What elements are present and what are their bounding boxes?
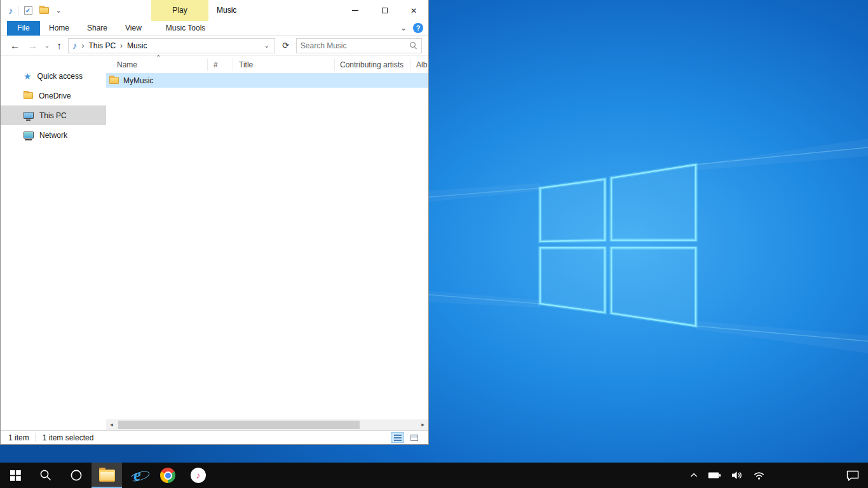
status-divider — [36, 433, 36, 442]
check-icon: ✓ — [24, 6, 32, 15]
breadcrumb-this-pc[interactable]: This PC — [88, 41, 116, 50]
column-header-number[interactable]: # — [208, 59, 233, 71]
view-toggle-buttons — [391, 432, 422, 443]
system-tray — [690, 463, 868, 488]
sidebar-item-network[interactable]: Network — [1, 125, 106, 145]
cortana-button[interactable] — [61, 463, 92, 488]
network-wifi-button[interactable] — [753, 471, 765, 480]
start-button[interactable] — [0, 463, 31, 488]
tab-share[interactable]: Share — [78, 21, 116, 36]
file-list: MyMusic — [106, 73, 428, 419]
column-header-row: ⌃ Name # Title Contributing artists Alb — [106, 56, 428, 73]
taskbar: e ♪ — [0, 463, 868, 488]
details-view-icon — [394, 435, 402, 441]
tab-view[interactable]: View — [116, 21, 151, 36]
onedrive-folder-icon — [24, 92, 33, 99]
scroll-right-icon[interactable]: ▸ — [417, 419, 428, 430]
scrollbar-thumb[interactable] — [118, 421, 360, 429]
address-box[interactable]: ♪ › This PC › Music ⌄ — [68, 38, 275, 53]
ribbon-tab-bar: File Home Share View Music Tools ⌄ ? — [1, 21, 428, 36]
music-note-icon: ♪ — [8, 5, 13, 16]
itunes-icon: ♪ — [191, 468, 206, 483]
speaker-icon — [731, 471, 743, 480]
horizontal-scrollbar[interactable]: ◂ ▸ — [106, 419, 428, 430]
quick-access-toolbar: ♪ ✓ ⌄ — [8, 0, 63, 21]
action-center-button[interactable] — [846, 470, 859, 481]
contextual-tab-play[interactable]: Play — [151, 0, 208, 21]
qat-properties-button[interactable]: ✓ — [23, 4, 34, 18]
main-area: ★ Quick access OneDrive This PC Network … — [1, 56, 428, 430]
battery-button[interactable] — [708, 471, 721, 479]
sidebar-item-label: This PC — [39, 111, 67, 120]
search-icon — [39, 469, 52, 482]
item-count: 1 item — [8, 433, 29, 442]
breadcrumb-chevron-icon[interactable]: › — [80, 41, 85, 50]
tray-expand-button[interactable] — [690, 473, 698, 478]
taskbar-internet-explorer-button[interactable]: e — [122, 463, 153, 488]
back-button[interactable]: ← — [8, 40, 22, 51]
address-bar-row: ← → ⌄ ↑ ♪ › This PC › Music ⌄ ⟳ — [1, 36, 428, 56]
maximize-icon — [382, 8, 388, 13]
chevron-up-icon — [690, 473, 698, 478]
action-center-icon — [846, 470, 859, 481]
files-pane: ⌃ Name # Title Contributing artists Alb … — [106, 56, 428, 430]
column-header-album[interactable]: Alb — [411, 59, 428, 71]
qat-separator — [18, 6, 18, 16]
breadcrumb-chevron-icon[interactable]: › — [119, 41, 124, 50]
computer-icon — [24, 112, 34, 119]
breadcrumb-music[interactable]: Music — [127, 41, 147, 50]
forward-button[interactable]: → — [26, 40, 39, 51]
selected-count: 1 item selected — [43, 433, 94, 442]
explorer-window: ♪ ✓ ⌄ Play Music ✕ File Home Share View … — [0, 0, 429, 445]
tab-file[interactable]: File — [7, 21, 40, 36]
search-icon[interactable] — [409, 41, 417, 50]
titlebar: ♪ ✓ ⌄ Play Music ✕ — [1, 0, 428, 21]
volume-button[interactable] — [731, 471, 743, 480]
sidebar-item-quick-access[interactable]: ★ Quick access — [1, 66, 106, 86]
status-bar: 1 item 1 item selected — [1, 430, 428, 444]
taskbar-file-explorer-button[interactable] — [92, 463, 122, 488]
minimize-button[interactable] — [341, 0, 370, 21]
cortana-icon — [70, 469, 83, 482]
music-note-icon: ♪ — [196, 470, 201, 480]
address-dropdown-button[interactable]: ⌄ — [261, 42, 273, 49]
close-button[interactable]: ✕ — [399, 0, 428, 21]
sidebar-item-this-pc[interactable]: This PC — [1, 105, 106, 125]
refresh-button[interactable]: ⟳ — [280, 41, 292, 50]
internet-explorer-icon: e — [133, 467, 141, 484]
folder-icon — [109, 77, 119, 84]
location-music-icon: ♪ — [72, 40, 78, 51]
chrome-icon — [160, 468, 175, 483]
history-dropdown-button[interactable]: ⌄ — [44, 42, 50, 49]
close-icon: ✕ — [410, 6, 417, 15]
taskbar-chrome-button[interactable] — [153, 463, 183, 488]
search-input[interactable] — [301, 41, 409, 50]
taskbar-itunes-button[interactable]: ♪ — [183, 463, 214, 488]
column-header-title[interactable]: Title — [233, 59, 335, 71]
tab-music-tools[interactable]: Music Tools — [157, 21, 214, 36]
minimize-icon — [352, 10, 358, 11]
up-button[interactable]: ↑ — [55, 40, 64, 51]
windows-start-icon — [10, 470, 21, 481]
help-button[interactable]: ? — [413, 23, 423, 33]
qat-customize-button[interactable]: ⌄ — [55, 4, 63, 18]
ribbon-collapse-button[interactable]: ⌄ — [400, 24, 407, 32]
search-box — [296, 38, 422, 53]
sidebar-item-label: Network — [39, 131, 67, 140]
details-view-button[interactable] — [391, 432, 404, 443]
large-icons-view-icon — [410, 435, 418, 441]
file-row[interactable]: MyMusic — [106, 73, 428, 88]
ribbon-right-controls: ⌄ ? — [400, 23, 423, 33]
qat-new-folder-button[interactable] — [38, 4, 50, 18]
sidebar-item-label: Quick access — [37, 72, 83, 81]
taskbar-search-button[interactable] — [31, 463, 61, 488]
window-title: Music — [217, 0, 236, 21]
tab-home[interactable]: Home — [40, 21, 78, 36]
large-icons-view-button[interactable] — [407, 432, 421, 443]
column-header-contributing-artists[interactable]: Contributing artists — [335, 59, 411, 71]
scroll-left-icon[interactable]: ◂ — [106, 419, 117, 430]
file-explorer-icon — [99, 470, 115, 482]
sidebar-item-onedrive[interactable]: OneDrive — [1, 86, 106, 105]
maximize-button[interactable] — [370, 0, 399, 21]
star-icon: ★ — [24, 72, 32, 81]
